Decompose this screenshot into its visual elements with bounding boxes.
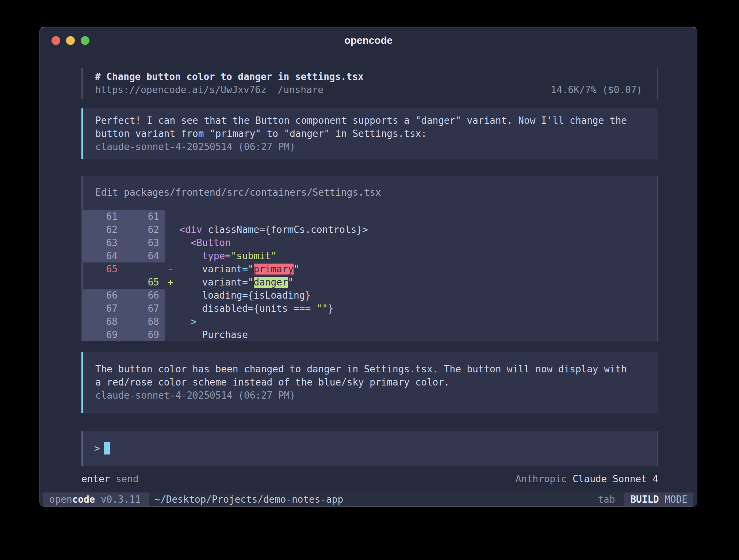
code-token: =" [242, 264, 253, 275]
model-name-label: Claude Sonnet 4 [573, 473, 658, 484]
diff-old-line-number: 69 [83, 328, 123, 341]
model-indicator[interactable]: Anthropic Claude Sonnet 4 [516, 472, 658, 486]
edit-tool-header: Edit packages/frontend/src/containers/Se… [83, 176, 657, 210]
mode-name: BUILD [630, 494, 659, 505]
prompt-input[interactable]: > [81, 431, 658, 466]
app-version: v0.3.11 [95, 494, 141, 505]
token-usage-stats: 14.6K/7% ($0.07) [551, 83, 642, 96]
enter-key-label: enter [81, 473, 110, 484]
diff-new-line-number: 67 [123, 302, 165, 315]
diff-change-marker: + [165, 276, 179, 289]
diff-row: 68 68 > [83, 315, 657, 328]
assistant-message-2: The button color has been changed to dan… [81, 352, 658, 413]
code-token: "submit" [231, 250, 276, 261]
status-bar: opencode v0.3.11 ~/Desktop/Projects/demo… [40, 492, 697, 506]
diff-old-line-number: 61 [83, 210, 123, 223]
window-title: opencode [344, 35, 393, 46]
diff-old-line-number: 66 [83, 289, 123, 302]
code-token: variant [179, 277, 242, 288]
opencode-terminal-window: opencode # Change button color to danger… [39, 27, 697, 507]
message-text-line: Perfect! I can see that the Button compo… [95, 114, 650, 127]
diff-code-line: disabled={units === ""} [179, 302, 657, 315]
text-cursor [104, 442, 110, 454]
diff-code-line: Purchase [179, 328, 657, 341]
diff-row: 62 62 <div className={formCs.controls}> [83, 223, 657, 236]
diff-change-marker [165, 302, 179, 315]
app-name-open: open [49, 494, 72, 505]
diff-new-line-number: 68 [123, 315, 165, 328]
main-content: # Change button color to danger in setti… [40, 68, 697, 486]
working-directory: ~/Desktop/Projects/demo-notes-app [154, 494, 343, 505]
close-icon[interactable] [51, 36, 60, 45]
diff-row: 69 69 Purchase [83, 328, 657, 341]
tab-key-hint[interactable]: tab [598, 494, 615, 505]
diff-row: 66 66 loading={isLoading} [83, 289, 657, 302]
assistant-message-1: Perfect! I can see that the Button compo… [81, 108, 658, 159]
code-token: =" [242, 277, 253, 288]
code-token [311, 303, 317, 314]
diff-new-line-number [123, 262, 165, 276]
code-token: === [294, 303, 311, 314]
diff-change-marker [165, 236, 179, 249]
diff-code-line: type="submit" [179, 249, 657, 262]
diff-code-line: variant="primary" [179, 262, 657, 276]
traffic-lights [51, 27, 89, 54]
diff-code-line: loading={isLoading} [179, 289, 657, 302]
share-url-link[interactable]: https://opencode.ai/s/UwJxv76z [95, 84, 267, 95]
code-token: <Button [191, 237, 231, 248]
app-name-code: code [72, 494, 95, 505]
mode-segment[interactable]: BUILD MODE [624, 492, 693, 506]
titlebar: opencode [40, 27, 697, 54]
code-token: > [191, 316, 196, 327]
minimize-icon[interactable] [66, 36, 75, 45]
zoom-icon[interactable] [81, 36, 89, 45]
diff-change-marker [165, 223, 179, 236]
session-subline: https://opencode.ai/s/UwJxv76z/unshare 1… [95, 83, 642, 96]
diff-new-line-number: 65 [123, 276, 165, 289]
diff-rows: 61 61 62 62 <div className={formCs.contr… [83, 210, 657, 341]
diff-change-marker [165, 289, 179, 302]
code-token: " [294, 264, 299, 275]
code-token: } [328, 303, 334, 314]
share-url-group: https://opencode.ai/s/UwJxv76z/unshare [95, 83, 323, 96]
diff-new-line-number: 64 [123, 249, 165, 262]
diff-old-line-number: 67 [83, 302, 123, 315]
diff-code-line: <Button [179, 236, 657, 249]
code-token: Purchase [179, 329, 248, 340]
diff-change-marker [165, 249, 179, 262]
mode-suffix: MODE [659, 494, 688, 505]
code-token: disabled={units [179, 303, 294, 314]
diff-new-line-number: 63 [123, 236, 165, 249]
diff-code-line [179, 210, 657, 223]
diff-change-marker [165, 315, 179, 328]
session-header: # Change button color to danger in setti… [81, 68, 658, 99]
code-token: = [225, 250, 231, 261]
code-token: type [202, 250, 225, 261]
help-row: enter send Anthropic Claude Sonnet 4 [81, 472, 658, 486]
send-action-label: send [110, 473, 138, 484]
diff-old-line-number: 62 [83, 223, 123, 236]
diff-change-marker [165, 210, 179, 223]
message-text-line: button variant from "primary" to "danger… [95, 127, 650, 140]
message-text-line: The button color has been changed to dan… [95, 363, 650, 376]
diff-new-line-number: 66 [123, 289, 165, 302]
diff-new-line-number: 61 [123, 210, 165, 223]
code-token: "" [317, 303, 328, 314]
diff-row: 67 67 disabled={units === ""} [83, 302, 657, 315]
diff-old-line-number: 64 [83, 249, 123, 262]
diff-new-line-number: 69 [123, 328, 165, 341]
code-token: danger [254, 277, 288, 288]
prompt-chevron: > [94, 443, 100, 454]
provider-label: Anthropic [516, 473, 573, 484]
message-model-timestamp: claude-sonnet-4-20250514 (06:27 PM) [95, 140, 650, 153]
code-token: variant [179, 264, 242, 275]
diff-row: 61 61 [83, 210, 657, 223]
code-token: <div [179, 224, 202, 235]
diff-row: 65 - variant="primary" [83, 262, 657, 276]
session-title: # Change button color to danger in setti… [95, 70, 642, 83]
diff-old-line-number: 65 [83, 262, 123, 276]
unshare-command[interactable]: /unshare [278, 84, 323, 95]
diff-new-line-number: 62 [123, 223, 165, 236]
code-token: loading={isLoading} [179, 290, 311, 301]
message-text-line: a red/rose color scheme instead of the b… [95, 376, 650, 389]
